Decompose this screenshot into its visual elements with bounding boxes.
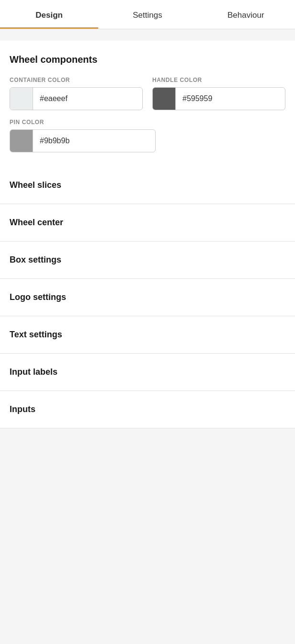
handle-color-field: HANDLE COLOR bbox=[152, 77, 285, 110]
color-row-top: CONTAINER COLOR HANDLE COLOR bbox=[10, 77, 285, 110]
accordion-header-box-settings[interactable]: Box settings bbox=[0, 242, 295, 278]
accordion-section-text-settings: Text settings bbox=[0, 316, 295, 354]
accordion-header-wheel-center[interactable]: Wheel center bbox=[0, 204, 295, 241]
accordion-header-logo-settings[interactable]: Logo settings bbox=[0, 279, 295, 316]
accordion-section-input-labels: Input labels bbox=[0, 354, 295, 391]
tab-settings-label: Settings bbox=[133, 11, 162, 20]
container-color-swatch[interactable] bbox=[10, 88, 33, 110]
pin-color-row: PIN COLOR bbox=[10, 119, 285, 152]
handle-color-swatch[interactable] bbox=[153, 88, 176, 110]
pin-color-input-group[interactable] bbox=[10, 129, 156, 152]
accordion-container: Wheel slicesWheel centerBox settingsLogo… bbox=[0, 167, 295, 428]
pin-color-hex-input[interactable] bbox=[33, 132, 155, 150]
accordion-section-logo-settings: Logo settings bbox=[0, 279, 295, 316]
handle-color-hex-input[interactable] bbox=[176, 90, 285, 108]
accordion-header-input-labels[interactable]: Input labels bbox=[0, 354, 295, 391]
container-color-field: CONTAINER COLOR bbox=[10, 77, 143, 110]
tab-design[interactable]: Design bbox=[0, 0, 98, 29]
container-color-hex-input[interactable] bbox=[33, 90, 142, 108]
container-color-input-group[interactable] bbox=[10, 87, 143, 110]
wheel-components-title: Wheel components bbox=[10, 54, 285, 65]
accordion-section-inputs: Inputs bbox=[0, 391, 295, 428]
handle-color-input-group[interactable] bbox=[152, 87, 285, 110]
accordion-label-inputs: Inputs bbox=[10, 404, 35, 414]
pin-color-label: PIN COLOR bbox=[10, 119, 285, 126]
tab-settings[interactable]: Settings bbox=[98, 0, 196, 29]
handle-color-label: HANDLE COLOR bbox=[152, 77, 285, 83]
accordion-header-wheel-slices[interactable]: Wheel slices bbox=[0, 167, 295, 204]
accordion-section-box-settings: Box settings bbox=[0, 242, 295, 279]
tab-behaviour[interactable]: Behaviour bbox=[197, 0, 295, 29]
accordion-label-wheel-center: Wheel center bbox=[10, 218, 63, 228]
accordion-label-logo-settings: Logo settings bbox=[10, 292, 66, 302]
tab-design-label: Design bbox=[35, 11, 63, 20]
accordion-section-wheel-slices: Wheel slices bbox=[0, 167, 295, 204]
tab-bar: Design Settings Behaviour bbox=[0, 0, 295, 29]
accordion-section-wheel-center: Wheel center bbox=[0, 204, 295, 242]
accordion-label-box-settings: Box settings bbox=[10, 255, 61, 265]
accordion-label-input-labels: Input labels bbox=[10, 367, 57, 377]
container-color-label: CONTAINER COLOR bbox=[10, 77, 143, 83]
accordion-header-text-settings[interactable]: Text settings bbox=[0, 316, 295, 353]
gap-spacer bbox=[0, 29, 295, 35]
wheel-components-section: Wheel components CONTAINER COLOR HANDLE … bbox=[0, 41, 295, 167]
pin-color-swatch[interactable] bbox=[10, 130, 33, 152]
accordion-label-text-settings: Text settings bbox=[10, 330, 62, 340]
accordion-header-inputs[interactable]: Inputs bbox=[0, 391, 295, 428]
accordion-label-wheel-slices: Wheel slices bbox=[10, 180, 61, 190]
tab-behaviour-label: Behaviour bbox=[227, 11, 264, 20]
